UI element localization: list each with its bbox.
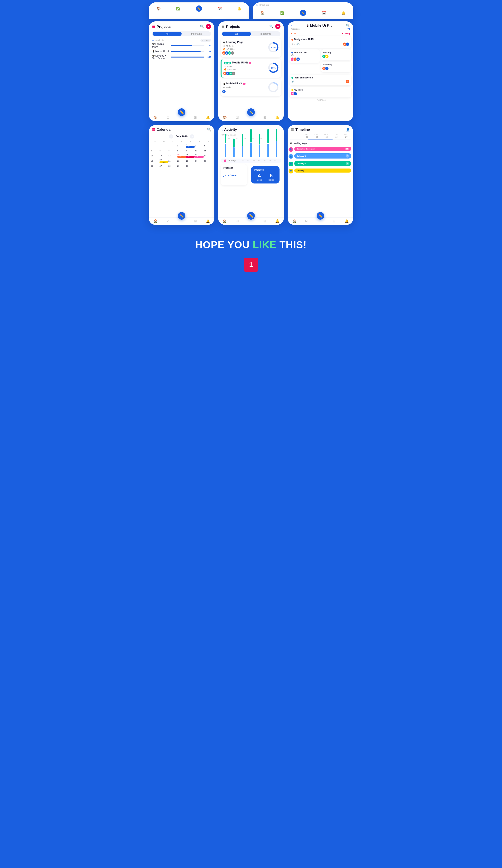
cal-day-20[interactable]: 20 Task <box>160 158 168 164</box>
cal-day-24[interactable]: 24 <box>195 158 204 164</box>
bnav-check-cal[interactable]: ☑ <box>166 219 170 223</box>
tasks-label-1: 40 Tasks <box>224 65 232 68</box>
tab-importants-center[interactable]: Importants <box>251 32 280 36</box>
sort-chip-left[interactable]: ▼ Latest <box>201 39 211 42</box>
proj-card-info-2: 📱 Mobile Ui Kit 18 Tasks G <box>223 82 246 93</box>
bnav-bell[interactable]: 🔔 <box>206 115 210 119</box>
bnav-check[interactable]: ☑ <box>166 115 170 119</box>
bnav-home[interactable]: 🏠 <box>153 115 157 119</box>
user-icon-tl[interactable]: 👤 <box>346 128 350 132</box>
proj-card-donut-1: 89% <box>268 62 279 74</box>
cal-day-30[interactable]: 30 <box>186 164 195 168</box>
tab-all-left[interactable]: All <box>153 32 182 36</box>
cal-day-15[interactable]: 15 Tasks <box>177 153 186 158</box>
bnav-grid[interactable]: ⊞ <box>194 115 197 119</box>
cal-day-14[interactable]: 14 <box>168 153 177 158</box>
search-icon-cal[interactable]: 🔍 <box>207 128 211 132</box>
bnav-home-tl[interactable]: 🏠 <box>292 219 296 223</box>
cal-week-3: 19 20 Task 21 22 23 24 25 <box>149 158 214 164</box>
cal-day-7[interactable]: 7 <box>168 148 177 153</box>
cal-day-1[interactable]: 1 <box>177 143 186 148</box>
fab-btn-center[interactable]: ✏️ <box>247 108 255 116</box>
cal-day-2[interactable]: 2 Tasks <box>186 143 195 148</box>
bnav-cal-right[interactable]: 📅 <box>322 11 326 15</box>
cal-day-4[interactable]: 4 <box>204 143 213 148</box>
cal-prev-btn[interactable]: ‹ <box>169 134 173 138</box>
cal-day-19[interactable]: 19 <box>151 158 159 164</box>
bnav-check-act[interactable]: ☑ <box>236 219 239 223</box>
progress-box-meta: 3.7 <box>223 170 245 172</box>
bnav-bell-tl[interactable]: 🔔 <box>345 219 349 223</box>
bnav-home-left[interactable]: 🏠 <box>157 7 161 10</box>
cal-day-9[interactable]: 9 <box>186 148 195 153</box>
progress-val-0: 63 <box>206 44 211 46</box>
bnav-home-act[interactable]: 🏠 <box>223 219 227 223</box>
bnav-bell-cal[interactable]: 🔔 <box>206 219 210 223</box>
search-icon-left[interactable]: 🔍 <box>200 24 204 28</box>
bnav-bell-c[interactable]: 🔔 <box>275 115 279 119</box>
bnav-check-right[interactable]: ✅ <box>280 11 284 15</box>
bnav-notif-left[interactable]: 🔔 <box>237 7 241 10</box>
tl-num-23: 23 <box>306 136 308 138</box>
tab-importants-left[interactable]: Importants <box>182 32 211 36</box>
cal-day-26[interactable]: 26 <box>151 164 159 168</box>
bnav-edit-right[interactable]: ✏️ <box>300 10 306 16</box>
cal-next-btn[interactable]: › <box>190 134 194 138</box>
cal-day-empty-0 <box>151 143 159 148</box>
cal-day-12[interactable]: 12 <box>151 153 159 158</box>
search-icon-kanban[interactable]: 🔍 <box>346 23 350 27</box>
tl-date-nums: 23 24 25 26 27 <box>289 136 351 138</box>
projects-done-box: Projects 4 Done 6 Doing <box>251 166 279 184</box>
all-days-dot <box>224 159 226 162</box>
bnav-grid-tl[interactable]: ⊞ <box>333 219 336 223</box>
cal-day-25[interactable]: 25 <box>204 158 213 164</box>
bnav-grid-cal[interactable]: ⊞ <box>194 219 197 223</box>
fab-btn-cal[interactable]: ✏️ <box>178 212 185 220</box>
cal-day-18[interactable]: 18 <box>204 153 213 158</box>
add-task-label[interactable]: + Add Task <box>289 99 351 101</box>
cal-day-22[interactable]: 22 <box>177 158 186 164</box>
menu-icon-cal[interactable]: ☰ <box>152 128 155 132</box>
cal-day-23[interactable]: 23 <box>186 158 195 164</box>
fab-btn-act[interactable]: ✏️ <box>247 212 255 220</box>
search-icon-center[interactable]: 🔍 <box>269 24 273 28</box>
fab-btn-tl[interactable]: ✏️ <box>317 212 324 220</box>
bnav-notif-right[interactable]: 🔔 <box>341 11 345 15</box>
fab-btn-projects-left[interactable]: ✏️ <box>178 108 185 116</box>
cal-day-6[interactable]: 6 <box>160 148 168 153</box>
cal-day-empty-3 <box>195 164 204 168</box>
back-btn[interactable]: ‹ <box>291 23 292 27</box>
bnav-check-tl[interactable]: ☑ <box>305 219 308 223</box>
cal-day-10[interactable]: 10 <box>195 148 204 153</box>
bnav-home-c[interactable]: 🏠 <box>223 115 227 119</box>
add-icon-center[interactable]: + <box>275 24 280 29</box>
cal-day-8[interactable]: 8 <box>177 148 186 153</box>
add-icon-left[interactable]: + <box>206 24 211 29</box>
cal-day-21[interactable]: 21 <box>168 158 177 164</box>
cal-day-11[interactable]: 11 <box>204 148 213 153</box>
cal-day-5[interactable]: 5 <box>151 148 159 153</box>
bnav-add-left[interactable]: ✏️ <box>196 6 202 12</box>
cal-day-17[interactable]: 17 Tasks <box>195 153 204 158</box>
cal-day-13[interactable]: 13 <box>160 153 168 158</box>
cal-day-27[interactable]: 27 <box>160 164 168 168</box>
back-btn-act[interactable]: ‹ <box>222 128 223 132</box>
bnav-check-left[interactable]: ✅ <box>176 7 180 10</box>
menu-icon-center[interactable]: ☰ <box>222 24 225 28</box>
menu-icon-tl[interactable]: ☰ <box>291 128 294 132</box>
bnav-check-c[interactable]: ☑ <box>236 115 239 119</box>
bnav-grid-c[interactable]: ⊞ <box>263 115 266 119</box>
tab-all-center[interactable]: All <box>222 32 251 36</box>
cal-day-28[interactable]: 28 <box>168 164 177 168</box>
cal-day-29[interactable]: 29 <box>177 164 186 168</box>
bnav-cal-left[interactable]: 📅 <box>218 7 222 10</box>
donut-svg-1: 89% <box>268 62 279 73</box>
cal-day-3[interactable]: 3 <box>195 143 204 148</box>
tl-task-chip-1: Delivery UI ✓ <box>294 153 351 158</box>
bnav-grid-act[interactable]: ⊞ <box>263 219 266 223</box>
bnav-bell-act[interactable]: 🔔 <box>275 219 279 223</box>
bnav-home-right[interactable]: 🏠 <box>261 11 265 15</box>
bnav-home-cal[interactable]: 🏠 <box>153 219 157 223</box>
menu-icon-left[interactable]: ☰ <box>152 24 155 28</box>
cal-day-16[interactable]: 16 Tasks <box>186 153 195 158</box>
